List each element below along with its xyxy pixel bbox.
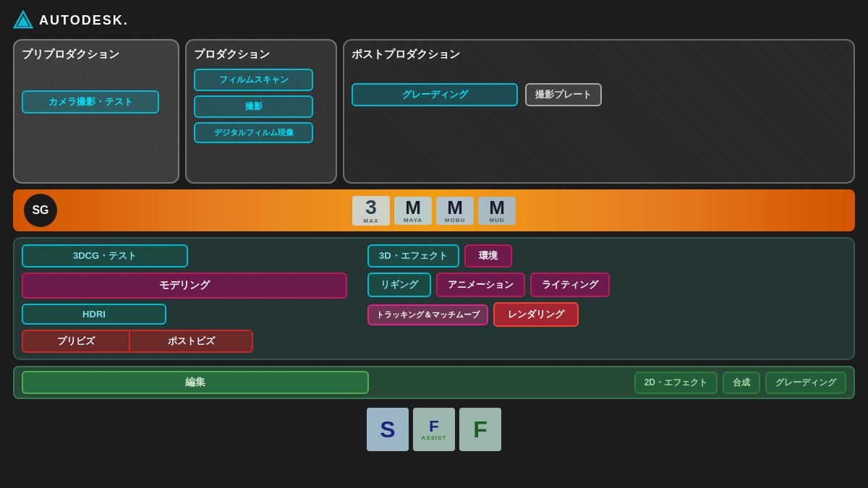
mobu-letter: M <box>447 198 463 217</box>
lighting-button[interactable]: ライティング <box>530 273 610 297</box>
main-content-area: 3DCG・テスト モデリング HDRI プリビズ ポストビズ 3D・エフェクト … <box>13 237 855 360</box>
3dcg-test-button[interactable]: 3DCG・テスト <box>22 244 188 267</box>
maya-logo: M MAYA <box>394 197 432 225</box>
autodesk-triangle-icon <box>13 10 33 30</box>
edit-button[interactable]: 編集 <box>22 371 369 394</box>
post-production-label: ポストプロダクション <box>352 48 846 61</box>
camera-test-button[interactable]: カメラ撮影・テスト <box>22 90 159 114</box>
rendering-button[interactable]: レンダリング <box>493 302 579 327</box>
postvis-button[interactable]: ポストビズ <box>130 330 253 353</box>
sg-badge: SG <box>24 194 57 227</box>
pre-production-label: プリプロダクション <box>22 48 171 61</box>
shooting-plate-button[interactable]: 撮影プレート <box>525 83 602 106</box>
autodesk-logo: AUTODESK. <box>13 10 129 30</box>
compositing-button[interactable]: 合成 <box>723 372 760 394</box>
left-section: 3DCG・テスト モデリング HDRI プリビズ ポストビズ <box>22 244 362 353</box>
mud-sub: MUD <box>489 217 504 223</box>
mud-logo: M MUD <box>478 197 516 225</box>
main-container: AUTODESK. プリプロダクション カメラ撮影・テスト プロダクション フィ… <box>0 0 868 488</box>
tracking-button[interactable]: トラッキング＆マッチムーブ <box>367 304 488 325</box>
post-production-column: ポストプロダクション グレーディング 撮影プレート <box>343 39 855 184</box>
edit-bar: 編集 2D・エフェクト 合成 グレーディング <box>13 366 855 399</box>
row-hdri: HDRI <box>22 304 362 325</box>
assist-logo: F ASSIST <box>413 408 455 451</box>
row-modeling: モデリング <box>22 273 362 299</box>
row-tracking-render: トラッキング＆マッチムーブ レンダリング <box>367 302 846 327</box>
animation-button[interactable]: アニメーション <box>436 273 525 297</box>
edit-right-pills: 2D・エフェクト 合成 グレーディング <box>634 372 846 394</box>
environment-button[interactable]: 環境 <box>464 244 512 267</box>
maya-sub: MAYA <box>404 217 422 223</box>
digital-film-button[interactable]: デジタルフィルム現像 <box>194 122 313 143</box>
row-rigging-anim-lighting: リギング アニメーション ライティング <box>367 273 846 297</box>
right-section: 3D・エフェクト 環境 リギング アニメーション ライティング トラッキング＆マ… <box>367 244 846 353</box>
3-letter: 3 <box>365 197 377 218</box>
3ds-max-logo: 3 MAX <box>352 196 390 226</box>
hdri-button[interactable]: HDRI <box>22 304 166 325</box>
columns-row: プリプロダクション カメラ撮影・テスト プロダクション フィルムスキャン 撮影 … <box>13 39 855 184</box>
3d-effect-button[interactable]: 3D・エフェクト <box>367 244 459 267</box>
post-row: グレーディング 撮影プレート <box>352 83 846 106</box>
header: AUTODESK. <box>13 7 855 33</box>
film-scan-button[interactable]: フィルムスキャン <box>194 69 313 91</box>
production-pills: フィルムスキャン 撮影 デジタルフィルム現像 <box>194 69 328 143</box>
bottom-logos: S F ASSIST F <box>13 405 855 454</box>
main-inner: 3DCG・テスト モデリング HDRI プリビズ ポストビズ 3D・エフェクト … <box>22 244 846 353</box>
row-3dcg: 3DCG・テスト <box>22 244 362 267</box>
vis-row: プリビズ ポストビズ <box>22 330 362 353</box>
flame-logo: F <box>459 408 501 451</box>
previs-button[interactable]: プリビズ <box>22 330 130 353</box>
s-letter: S <box>380 418 395 441</box>
f-letter: F <box>473 418 488 441</box>
maya-letter: M <box>405 198 421 217</box>
assist-sub-text: ASSIST <box>422 435 447 441</box>
production-label: プロダクション <box>194 48 328 61</box>
modeling-button[interactable]: モデリング <box>22 273 347 299</box>
mud-letter: M <box>489 198 505 217</box>
production-column: プロダクション フィルムスキャン 撮影 デジタルフィルム現像 <box>185 39 337 184</box>
assist-top-letter: F <box>429 419 438 435</box>
grading-button[interactable]: グレーディング <box>352 83 518 106</box>
2d-effect-button[interactable]: 2D・エフェクト <box>634 372 718 394</box>
max-sub: MAX <box>364 218 379 224</box>
shotgun-logo: S <box>367 408 409 451</box>
rigging-button[interactable]: リギング <box>367 273 431 297</box>
grading-post-button[interactable]: グレーディング <box>765 372 846 394</box>
m-logos-row: 3 MAX M MAYA M MOBU M MUD <box>352 196 516 226</box>
filming-button[interactable]: 撮影 <box>194 95 313 118</box>
mobu-logo: M MOBU <box>436 197 474 225</box>
autodesk-label: AUTODESK. <box>39 13 129 28</box>
row-3d-effect-env: 3D・エフェクト 環境 <box>367 244 846 267</box>
pre-production-column: プリプロダクション カメラ撮影・テスト <box>13 39 179 184</box>
sg-bar: SG 3 MAX M MAYA M MOBU M MUD <box>13 189 855 231</box>
mobu-sub: MOBU <box>445 217 465 223</box>
